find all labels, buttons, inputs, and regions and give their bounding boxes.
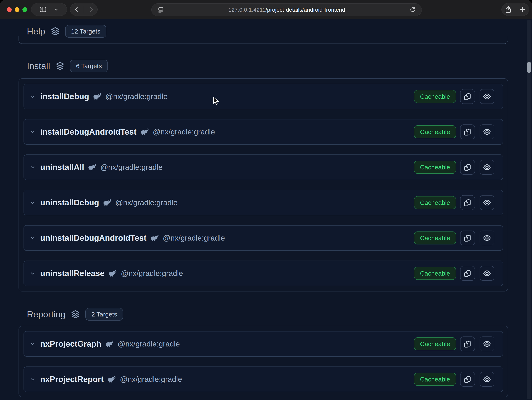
- target-name: nxProjectGraph: [40, 339, 101, 349]
- section-header-reporting: Reporting 2 Targets: [27, 308, 532, 321]
- section-box-install: installDebug @nx/gradle:gradle Cacheable: [19, 78, 508, 292]
- close-button[interactable]: [7, 7, 12, 12]
- copy-target-button[interactable]: [460, 89, 475, 104]
- target-executor: @nx/gradle:gradle: [153, 128, 215, 136]
- target-row-uninstallDebug[interactable]: uninstallDebug @nx/gradle:gradle Cacheab…: [24, 190, 503, 215]
- target-executor: @nx/gradle:gradle: [105, 92, 168, 101]
- target-row-nxProjectReport[interactable]: nxProjectReport @nx/gradle:gradle Cachea…: [24, 367, 503, 392]
- chevron-down-icon: [54, 7, 59, 12]
- section-title: Reporting: [27, 309, 65, 319]
- target-executor: @nx/gradle:gradle: [100, 163, 163, 172]
- view-target-button[interactable]: [480, 372, 494, 387]
- nav-divider: [84, 6, 84, 13]
- view-target-button[interactable]: [480, 89, 494, 104]
- gradle-elephant-icon: [150, 234, 159, 242]
- address-bar[interactable]: 127.0.0.1:4211/project-details/android-f…: [151, 3, 422, 16]
- cacheable-badge: Cacheable: [414, 196, 456, 209]
- browser-toolbar: 127.0.0.1:4211/project-details/android-f…: [0, 0, 532, 19]
- section-header-install: Install 6 Targets: [27, 59, 532, 73]
- target-row-nxProjectGraph[interactable]: nxProjectGraph @nx/gradle:gradle Cacheab…: [24, 331, 503, 357]
- view-target-button[interactable]: [480, 195, 494, 210]
- copy-target-button[interactable]: [460, 125, 475, 139]
- layers-icon: [70, 309, 81, 319]
- target-row-uninstallAll[interactable]: uninstallAll @nx/gradle:gradle Cacheable: [24, 154, 503, 180]
- chevron-down-icon[interactable]: [29, 235, 36, 241]
- gradle-elephant-icon: [105, 340, 114, 348]
- cacheable-badge: Cacheable: [414, 338, 456, 350]
- back-button[interactable]: [73, 6, 80, 13]
- target-row-uninstallDebugAndroidTest[interactable]: uninstallDebugAndroidTest @nx/gradle:gra…: [24, 225, 503, 251]
- target-name: uninstallDebugAndroidTest: [40, 233, 146, 243]
- view-target-button[interactable]: [480, 160, 494, 175]
- layers-icon: [50, 26, 60, 37]
- view-target-button[interactable]: [480, 231, 494, 245]
- chevron-down-icon[interactable]: [29, 164, 36, 170]
- cacheable-badge: Cacheable: [414, 161, 456, 174]
- chevron-down-icon[interactable]: [29, 129, 36, 135]
- target-executor: @nx/gradle:gradle: [120, 375, 182, 384]
- targets-count-badge: 2 Targets: [85, 308, 123, 321]
- cacheable-badge: Cacheable: [414, 267, 456, 280]
- page-content: Help 12 Targets Install 6 Targets: [0, 19, 532, 400]
- copy-target-button[interactable]: [460, 231, 475, 245]
- target-name: nxProjectReport: [40, 375, 104, 384]
- gradle-elephant-icon: [88, 163, 97, 171]
- chevron-down-icon[interactable]: [29, 93, 36, 100]
- gradle-elephant-icon: [108, 270, 117, 277]
- target-name: installDebugAndroidTest: [40, 127, 137, 137]
- target-name: uninstallAll: [40, 162, 84, 172]
- target-executor: @nx/gradle:gradle: [115, 198, 178, 207]
- layers-icon: [55, 61, 65, 71]
- mouse-cursor: [213, 97, 219, 106]
- view-target-button[interactable]: [480, 125, 494, 139]
- target-row-uninstallRelease[interactable]: uninstallRelease @nx/gradle:gradle Cache…: [24, 261, 503, 286]
- view-target-button[interactable]: [480, 337, 494, 351]
- targets-count-badge: 6 Targets: [70, 60, 108, 72]
- cacheable-badge: Cacheable: [414, 125, 456, 138]
- chevron-down-icon[interactable]: [29, 376, 36, 382]
- url-path: /project-details/android-frontend: [266, 7, 345, 13]
- cacheable-badge: Cacheable: [414, 373, 456, 386]
- target-name: uninstallDebug: [40, 198, 99, 207]
- copy-target-button[interactable]: [460, 160, 475, 175]
- new-tab-button[interactable]: [519, 6, 526, 13]
- nav-buttons: [70, 3, 98, 16]
- browser-window: 127.0.0.1:4211/project-details/android-f…: [0, 0, 532, 400]
- page-settings-icon[interactable]: [158, 6, 164, 13]
- gradle-elephant-icon: [103, 199, 112, 206]
- sections-root: Help 12 Targets Install 6 Targets: [0, 25, 532, 397]
- cacheable-badge: Cacheable: [414, 90, 456, 103]
- reload-button[interactable]: [409, 6, 416, 13]
- gradle-elephant-icon: [93, 93, 102, 100]
- view-target-button[interactable]: [480, 266, 494, 281]
- url-host: 127.0.0.1:4211: [228, 7, 266, 13]
- chevron-down-icon[interactable]: [29, 270, 36, 276]
- target-row-installDebugAndroidTest[interactable]: installDebugAndroidTest @nx/gradle:gradl…: [24, 119, 503, 145]
- scrollbar-thumb[interactable]: [527, 62, 531, 73]
- chevron-down-icon[interactable]: [29, 341, 36, 347]
- target-name: uninstallRelease: [40, 269, 104, 278]
- target-name: installDebug: [40, 92, 89, 101]
- scrollbar-track[interactable]: [527, 20, 532, 400]
- sidebar-icon: [39, 6, 47, 13]
- copy-target-button[interactable]: [460, 266, 475, 281]
- url-text: 127.0.0.1:4211/project-details/android-f…: [164, 7, 409, 13]
- target-executor: @nx/gradle:gradle: [121, 269, 183, 278]
- forward-button[interactable]: [88, 6, 95, 13]
- target-executor: @nx/gradle:gradle: [163, 234, 225, 242]
- share-button[interactable]: [504, 6, 512, 13]
- copy-target-button[interactable]: [460, 372, 475, 387]
- zoom-button[interactable]: [22, 7, 27, 12]
- targets-count-badge: 12 Targets: [65, 25, 106, 38]
- sidebar-toggle-button[interactable]: [31, 3, 67, 16]
- target-row-installDebug[interactable]: installDebug @nx/gradle:gradle Cacheable: [24, 84, 503, 109]
- chevron-down-icon[interactable]: [29, 200, 36, 206]
- cacheable-badge: Cacheable: [414, 231, 456, 244]
- section-title: Install: [27, 61, 50, 71]
- copy-target-button[interactable]: [460, 337, 475, 351]
- minimize-button[interactable]: [15, 7, 19, 12]
- toolbar-actions: [501, 3, 529, 16]
- gradle-elephant-icon: [140, 128, 149, 136]
- copy-target-button[interactable]: [460, 195, 475, 210]
- section-title: Help: [27, 26, 45, 37]
